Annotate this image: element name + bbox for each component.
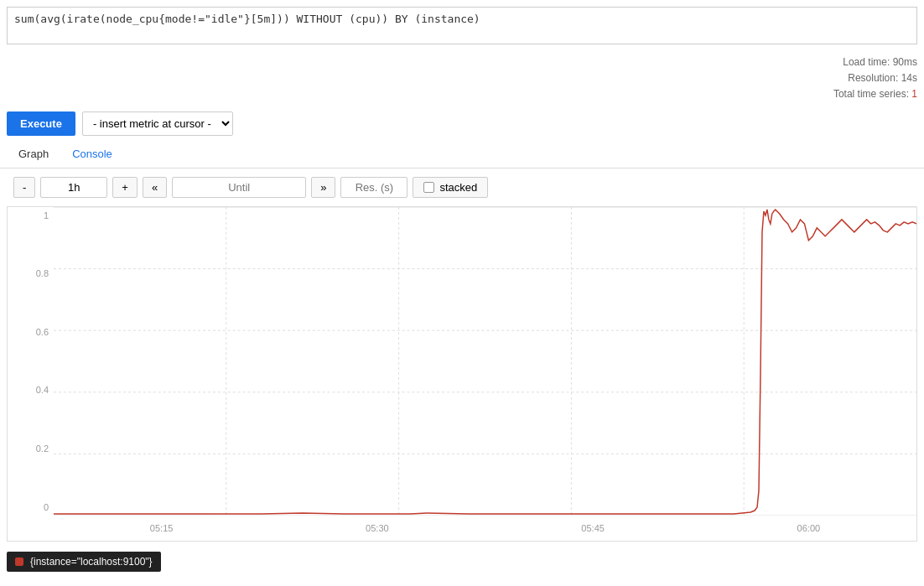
rewind-button[interactable]: «	[143, 177, 167, 198]
graph-controls: - + « » stacked	[0, 169, 924, 206]
tab-console[interactable]: Console	[60, 141, 124, 169]
data-line	[54, 210, 916, 514]
range-minus-button[interactable]: -	[13, 177, 35, 198]
legend: {instance="localhost:9100"}	[7, 552, 161, 572]
chart-inner	[54, 207, 916, 516]
chart-area: 0 0.2 0.4 0.6 0.8 1	[7, 206, 917, 542]
legend-label: {instance="localhost:9100"}	[30, 556, 153, 568]
y-axis: 0 0.2 0.4 0.6 0.8 1	[8, 207, 54, 516]
stacked-button[interactable]: stacked	[413, 177, 488, 198]
resolution-input[interactable]	[340, 177, 407, 198]
execute-button[interactable]: Execute	[7, 111, 75, 136]
query-input[interactable]: sum(avg(irate(node_cpu{mode!="idle"}[5m]…	[14, 13, 910, 36]
chart-container: 0 0.2 0.4 0.6 0.8 1	[7, 206, 917, 542]
forward-button[interactable]: »	[311, 177, 335, 198]
range-plus-button[interactable]: +	[112, 177, 138, 198]
total-series-stat: Total time series: 1	[833, 86, 917, 102]
tabs-bar: Graph Console	[0, 141, 924, 169]
range-input[interactable]	[40, 177, 107, 198]
chart-svg	[54, 207, 916, 516]
resolution-stat: Resolution: 14s	[833, 70, 917, 86]
legend-color-icon	[15, 557, 23, 566]
controls-row: Execute - insert metric at cursor -	[0, 106, 924, 141]
tab-graph[interactable]: Graph	[7, 141, 60, 169]
top-bar: Load time: 90ms Resolution: 14s Total ti…	[0, 51, 924, 106]
until-input[interactable]	[172, 177, 306, 198]
query-bar: sum(avg(irate(node_cpu{mode!="idle"}[5m]…	[7, 7, 917, 44]
load-time-stat: Load time: 90ms	[833, 54, 917, 70]
stats-panel: Load time: 90ms Resolution: 14s Total ti…	[833, 54, 917, 103]
stacked-checkbox-icon	[423, 182, 434, 193]
metric-select[interactable]: - insert metric at cursor -	[82, 111, 233, 136]
x-axis: 05:15 05:30 05:45 06:00	[54, 516, 916, 541]
